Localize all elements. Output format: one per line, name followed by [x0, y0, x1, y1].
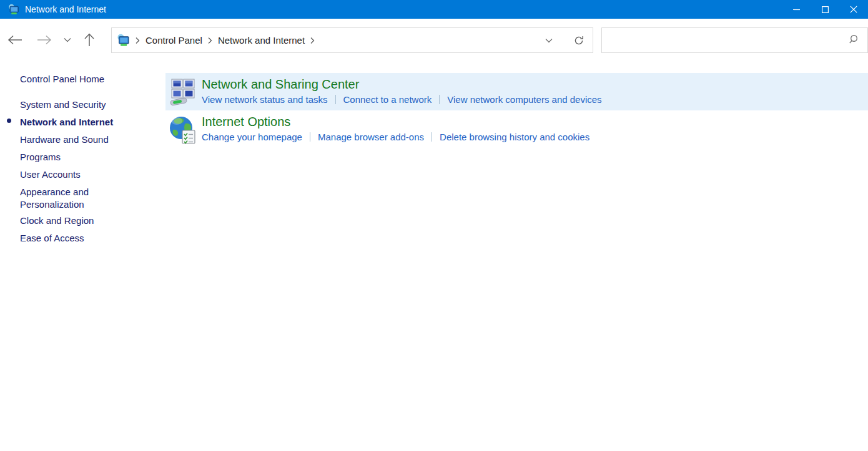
- sidebar-item-network-and-internet[interactable]: Network and Internet: [20, 116, 113, 129]
- task-link-connect-to-network[interactable]: Connect to a network: [343, 94, 432, 105]
- link-divider: [432, 132, 432, 142]
- globe-checklist-icon[interactable]: [168, 115, 198, 147]
- address-bar-controls: [541, 33, 586, 48]
- titlebar: Network and Internet: [0, 0, 868, 19]
- forward-button[interactable]: [35, 32, 54, 48]
- breadcrumb-chevron-icon: [310, 37, 315, 44]
- window-controls: [782, 0, 868, 19]
- breadcrumb-item-control-panel[interactable]: Control Panel: [145, 35, 202, 46]
- minimize-button[interactable]: [782, 0, 811, 19]
- maximize-button[interactable]: [811, 0, 839, 19]
- active-item-bullet: [7, 119, 11, 123]
- up-arrow-icon: [83, 32, 96, 47]
- address-bar[interactable]: Control Panel Network and Internet: [111, 27, 593, 53]
- link-divider: [335, 95, 336, 104]
- breadcrumb-chevron-icon: [208, 37, 212, 44]
- refresh-icon: [573, 35, 584, 46]
- task-link-view-network-computers[interactable]: View network computers and devices: [447, 94, 601, 105]
- chevron-down-icon: [545, 38, 553, 43]
- chevron-down-icon: [64, 37, 71, 42]
- breadcrumb-item-network-and-internet[interactable]: Network and Internet: [218, 35, 305, 46]
- sidebar-item-programs[interactable]: Programs: [20, 151, 61, 163]
- task-link-change-homepage[interactable]: Change your homepage: [202, 132, 302, 142]
- section-network-and-sharing-center: Network and Sharing Center View network …: [165, 73, 868, 110]
- network-internet-icon: [8, 4, 19, 15]
- location-icon: [117, 34, 130, 47]
- task-link-delete-history[interactable]: Delete browsing history and cookies: [440, 132, 589, 142]
- refresh-button[interactable]: [571, 33, 586, 48]
- minimize-icon: [793, 6, 800, 13]
- close-icon: [850, 6, 857, 13]
- sidebar-item-clock-and-region[interactable]: Clock and Region: [20, 215, 94, 227]
- back-button[interactable]: [6, 32, 24, 48]
- section-task-links: Change your homepage Manage browser add-…: [202, 132, 589, 142]
- control-panel-window: { "window": { "title": "Network and Inte…: [0, 0, 868, 451]
- up-button[interactable]: [81, 31, 98, 49]
- breadcrumb-chevron-icon: [136, 37, 140, 44]
- back-arrow-icon: [7, 34, 23, 46]
- sidebar-item-control-panel-home[interactable]: Control Panel Home: [20, 73, 104, 85]
- sidebar-item-appearance-and-personalization[interactable]: Appearance and Personalization: [20, 186, 117, 211]
- sidebar-item-hardware-and-sound[interactable]: Hardware and Sound: [20, 133, 109, 146]
- address-dropdown-button[interactable]: [541, 33, 556, 48]
- recent-locations-button[interactable]: [61, 35, 74, 45]
- link-divider: [310, 132, 310, 142]
- maximize-icon: [822, 6, 829, 13]
- search-icon: [849, 34, 859, 47]
- close-button[interactable]: [839, 0, 868, 19]
- section-internet-options: Internet Options Change your homepage Ma…: [165, 110, 868, 148]
- section-title-link[interactable]: Internet Options: [202, 114, 290, 129]
- forward-arrow-icon: [36, 34, 52, 46]
- sidebar-item-ease-of-access[interactable]: Ease of Access: [20, 232, 84, 245]
- section-title-link[interactable]: Network and Sharing Center: [202, 77, 359, 92]
- task-link-manage-addons[interactable]: Manage browser add-ons: [318, 132, 424, 142]
- sidebar-item-user-accounts[interactable]: User Accounts: [20, 168, 81, 181]
- section-task-links: View network status and tasks Connect to…: [202, 94, 602, 105]
- search-box: [601, 27, 868, 53]
- link-divider: [439, 95, 440, 104]
- task-link-view-network-status[interactable]: View network status and tasks: [202, 94, 328, 105]
- window-title: Network and Internet: [25, 4, 106, 14]
- search-input[interactable]: [602, 28, 849, 52]
- sidebar-item-system-and-security[interactable]: System and Security: [20, 99, 106, 111]
- network-computers-icon[interactable]: [170, 77, 196, 109]
